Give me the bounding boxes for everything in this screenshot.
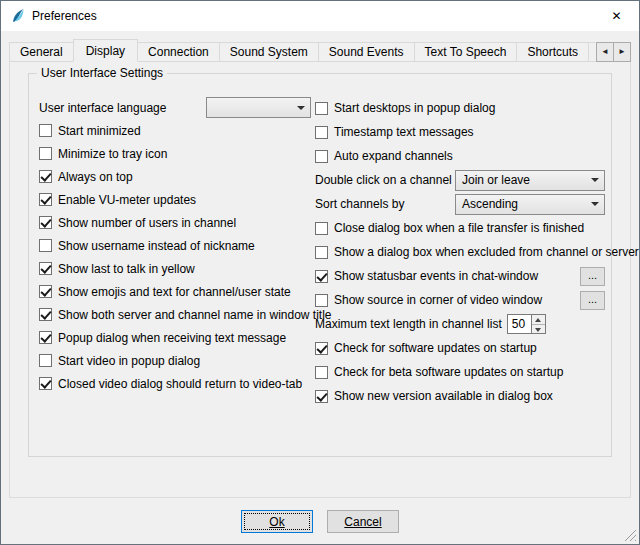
checkbox-box[interactable] xyxy=(39,377,52,390)
checkbox-label: Minimize to tray icon xyxy=(58,147,167,161)
checkbox-show-username[interactable]: Show username instead of nickname xyxy=(39,239,255,253)
checkbox-video-popup[interactable]: Start video in popup dialog xyxy=(39,354,200,368)
checkbox-box[interactable] xyxy=(315,246,328,259)
double-click-value: Join or leave xyxy=(462,173,530,187)
checkbox-box[interactable] xyxy=(39,285,52,298)
resize-grip[interactable] xyxy=(624,529,637,542)
close-button[interactable]: ✕ xyxy=(594,1,639,31)
ok-button[interactable]: Ok xyxy=(241,510,313,533)
checkbox-label: Check for beta software updates on start… xyxy=(334,365,563,379)
checkbox-label: Popup dialog when receiving text message xyxy=(58,331,286,345)
dropdown-arrow-icon xyxy=(591,178,599,182)
language-label: User interface language xyxy=(39,101,166,115)
spin-up-icon[interactable] xyxy=(532,315,545,325)
footer: Ok Cancel xyxy=(1,510,639,533)
video-source-browse-button[interactable]: ... xyxy=(580,291,605,310)
checkbox-timestamp-messages[interactable]: Timestamp text messages xyxy=(315,125,474,139)
checkbox-box[interactable] xyxy=(39,216,52,229)
checkbox-box[interactable] xyxy=(39,170,52,183)
checkbox-start-minimized[interactable]: Start minimized xyxy=(39,124,141,138)
checkbox-label: Auto expand channels xyxy=(334,149,453,163)
checkbox-label: Show number of users in channel xyxy=(58,216,236,230)
titlebar[interactable]: Preferences ✕ xyxy=(1,1,639,31)
checkbox-box[interactable] xyxy=(39,331,52,344)
tab-sound-events[interactable]: Sound Events xyxy=(318,42,415,62)
checkbox-box[interactable] xyxy=(315,150,328,163)
sort-channels-label: Sort channels by xyxy=(315,197,404,211)
checkbox-always-on-top[interactable]: Always on top xyxy=(39,170,133,184)
checkbox-box[interactable] xyxy=(315,342,328,355)
checkbox-label: Always on top xyxy=(58,170,133,184)
checkbox-check-updates[interactable]: Check for software updates on startup xyxy=(315,341,537,355)
checkbox-box[interactable] xyxy=(315,390,328,403)
ui-settings-group: User Interface Settings User interface l… xyxy=(28,73,612,457)
checkbox-label: Check for software updates on startup xyxy=(334,341,537,355)
checkbox-show-emojis[interactable]: Show emojis and text for channel/user st… xyxy=(39,285,291,299)
checkbox-vu-meter-updates[interactable]: Enable VU-meter updates xyxy=(39,193,196,207)
checkbox-box[interactable] xyxy=(39,262,52,275)
checkbox-close-transfer-dialog[interactable]: Close dialog box when a file transfer is… xyxy=(315,221,584,235)
double-click-dropdown[interactable]: Join or leave xyxy=(455,170,605,191)
max-text-length-label: Maximum text length in channel list xyxy=(315,317,502,331)
checkbox-label: Show both server and channel name in win… xyxy=(58,308,332,322)
tab-shortcuts[interactable]: Shortcuts xyxy=(516,42,589,62)
tab-strip: General Display Connection Sound System … xyxy=(9,39,595,62)
checkbox-new-version-dialog[interactable]: Show new version available in dialog box xyxy=(315,389,553,403)
checkbox-box[interactable] xyxy=(39,354,52,367)
dropdown-arrow-icon xyxy=(297,106,305,110)
checkbox-label: Timestamp text messages xyxy=(334,125,474,139)
max-text-length-value[interactable]: 50 xyxy=(507,314,531,334)
checkbox-auto-expand[interactable]: Auto expand channels xyxy=(315,149,453,163)
window-title: Preferences xyxy=(32,9,97,23)
tab-video[interactable]: Video xyxy=(588,42,595,62)
checkbox-label: Start desktops in popup dialog xyxy=(334,101,495,115)
checkbox-window-title[interactable]: Show both server and channel name in win… xyxy=(39,308,332,322)
tab-scroll-left-button[interactable]: ◄ xyxy=(596,42,614,62)
double-click-label: Double click on a channel xyxy=(315,173,452,187)
checkbox-label: Start video in popup dialog xyxy=(58,354,200,368)
statusbar-events-row: Show statusbar events in chat-window ... xyxy=(315,264,605,288)
checkbox-label: Start minimized xyxy=(58,124,141,138)
spin-down-icon[interactable] xyxy=(532,325,545,334)
cancel-button[interactable]: Cancel xyxy=(327,510,399,533)
left-column: User interface language Start minimized … xyxy=(39,96,311,408)
language-row: User interface language xyxy=(39,96,311,119)
checkbox-box[interactable] xyxy=(315,270,328,283)
checkbox-box[interactable] xyxy=(39,308,52,321)
sort-channels-dropdown[interactable]: Ascending xyxy=(455,194,605,215)
checkbox-label: Closed video dialog should return to vid… xyxy=(58,377,302,391)
checkbox-video-source-corner[interactable]: Show source in corner of video window xyxy=(315,293,542,307)
checkbox-box[interactable] xyxy=(315,126,328,139)
checkbox-box[interactable] xyxy=(39,239,52,252)
language-dropdown[interactable] xyxy=(206,97,311,118)
max-text-length-spinner[interactable]: 50 xyxy=(507,314,546,334)
tab-general[interactable]: General xyxy=(9,42,74,62)
checkbox-box[interactable] xyxy=(39,147,52,160)
checkbox-video-return-tab[interactable]: Closed video dialog should return to vid… xyxy=(39,377,302,391)
checkbox-box[interactable] xyxy=(315,102,328,115)
statusbar-events-browse-button[interactable]: ... xyxy=(580,267,605,286)
checkbox-label: Show emojis and text for channel/user st… xyxy=(58,285,291,299)
tab-connection[interactable]: Connection xyxy=(137,42,220,62)
preferences-dialog: Preferences ✕ General Display Connection… xyxy=(0,0,640,545)
checkbox-box[interactable] xyxy=(39,193,52,206)
tab-scroll-right-button[interactable]: ► xyxy=(613,42,631,62)
checkbox-box[interactable] xyxy=(315,294,328,307)
checkbox-popup-text-message[interactable]: Popup dialog when receiving text message xyxy=(39,331,286,345)
checkbox-box[interactable] xyxy=(315,222,328,235)
tab-sound-system[interactable]: Sound System xyxy=(219,42,319,62)
checkbox-check-beta-updates[interactable]: Check for beta software updates on start… xyxy=(315,365,563,379)
tab-text-to-speech[interactable]: Text To Speech xyxy=(414,42,518,62)
app-logo-icon xyxy=(10,8,26,24)
checkbox-box[interactable] xyxy=(39,124,52,137)
checkbox-last-to-talk[interactable]: Show last to talk in yellow xyxy=(39,262,195,276)
checkbox-box[interactable] xyxy=(315,366,328,379)
right-column: Start desktops in popup dialog Timestamp… xyxy=(315,96,605,408)
tab-display[interactable]: Display xyxy=(73,39,138,62)
checkbox-show-user-count[interactable]: Show number of users in channel xyxy=(39,216,236,230)
checkbox-excluded-dialog[interactable]: Show a dialog box when excluded from cha… xyxy=(315,245,639,259)
checkbox-statusbar-events[interactable]: Show statusbar events in chat-window xyxy=(315,269,538,283)
max-text-length-row: Maximum text length in channel list 50 xyxy=(315,312,605,336)
checkbox-minimize-to-tray[interactable]: Minimize to tray icon xyxy=(39,147,167,161)
checkbox-desktops-popup[interactable]: Start desktops in popup dialog xyxy=(315,101,495,115)
